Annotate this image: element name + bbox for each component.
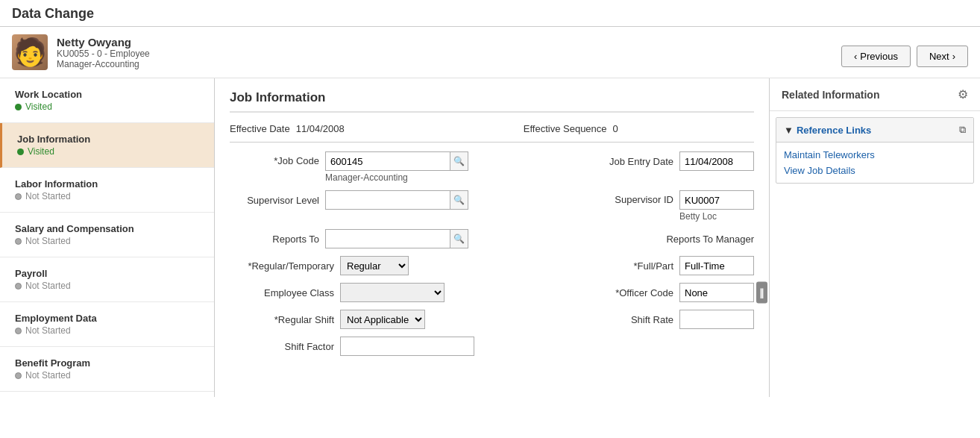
sidebar-item-title: Work Location [15,89,199,100]
employee-class-label: Employee Class [230,287,334,298]
effective-seq-value: 0 [613,123,618,134]
status-text: Not Started [25,325,71,336]
shift-factor-label: Shift Factor [230,341,334,352]
collapse-icon: ▼ [784,125,794,136]
status-text: Not Started [25,281,71,291]
supervisor-id-subtext: Betty Loc [679,211,754,222]
status-text: Visited [25,101,52,112]
supervisor-id-input[interactable] [679,190,754,210]
sidebar-item-work-location[interactable]: Work Location Visited [0,78,214,123]
status-dot [15,104,22,110]
sidebar-item-title: Employment Data [15,313,199,324]
sidebar-item-title: Labor Information [15,178,199,190]
regular-temporary-label: *Regular/Temporary [230,260,334,272]
job-entry-date-input[interactable] [679,151,754,171]
status-text: Visited [28,146,54,157]
sidebar-item-title: Payroll [15,268,199,279]
next-button[interactable]: Next › [917,46,968,67]
supervisor-level-label: Supervisor Level [230,195,319,206]
sidebar: Work Location Visited Job Information Vi… [0,78,215,397]
employee-info: Netty Owyang KU0055 - 0 - Employee Manag… [57,36,841,69]
employee-name: Netty Owyang [57,36,841,49]
section-title: Job Information [230,90,754,113]
shift-rate-label: Shift Rate [591,314,673,325]
regular-shift-label: *Regular Shift [230,314,334,325]
sidebar-item-title: Salary and Compensation [15,223,199,234]
status-dot [15,372,22,379]
shift-factor-input[interactable] [340,337,474,356]
job-code-input[interactable] [325,151,450,171]
reports-to-input[interactable] [325,229,450,248]
status-text: Not Started [25,236,71,246]
regular-temporary-select[interactable]: Regular Temporary [340,256,409,275]
sidebar-item-payroll[interactable]: Payroll Not Started [0,257,214,302]
sidebar-item-status: Not Started [15,191,199,201]
sidebar-item-title: Job Information [17,134,199,145]
supervisor-id-label: Supervisor ID [591,190,673,205]
employee-title: Manager-Accounting [57,59,841,69]
ref-link-view-job-details[interactable]: View Job Details [784,163,966,178]
reports-to-manager-label: Reports To Manager [635,234,754,245]
officer-code-input[interactable] [679,283,754,302]
status-dot [15,238,22,245]
job-code-search-button[interactable]: 🔍 [450,151,468,171]
status-text: Not Started [25,370,71,381]
sidebar-item-status: Not Started [15,370,199,381]
resize-handle[interactable]: ‖ [756,282,767,304]
status-dot [15,328,22,334]
right-panel: Related Information ⚙ ▼ Reference Links … [770,78,980,397]
shift-rate-input[interactable] [679,310,754,329]
previous-button[interactable]: ‹ Previous [841,46,911,67]
sidebar-item-benefit-program[interactable]: Benefit Program Not Started [0,347,214,392]
officer-code-label: *Officer Code [591,287,673,298]
sidebar-item-labor-information[interactable]: Labor Information Not Started [0,168,214,213]
job-entry-date-label: Job Entry Date [591,156,673,167]
employee-id: KU0055 - 0 - Employee [57,49,841,59]
status-dot [17,148,24,155]
job-code-subtext: Manager-Accounting [325,172,468,183]
ref-links-title: Reference Links [797,125,871,136]
reference-links-section: ▼ Reference Links ⧉ Maintain Teleworkers… [776,117,974,184]
status-dot [15,283,22,290]
supervisor-level-input[interactable] [325,190,450,210]
sidebar-item-status: Not Started [15,236,199,246]
chevron-right-icon: › [952,51,955,62]
sidebar-item-salary-compensation[interactable]: Salary and Compensation Not Started [0,213,214,257]
reports-to-label: Reports To [230,234,319,245]
right-panel-title: Related Information [782,89,879,101]
supervisor-level-search-button[interactable]: 🔍 [450,190,468,210]
gear-icon[interactable]: ⚙ [958,87,968,101]
job-code-label: *Job Code [230,151,319,166]
sidebar-item-status: Not Started [15,281,199,291]
sidebar-item-employment-data[interactable]: Employment Data Not Started [0,302,214,347]
content-area: Job Information Effective Date 11/04/200… [215,78,770,397]
employee-class-select[interactable] [340,283,445,302]
effective-date-label: Effective Date [230,123,290,134]
sidebar-item-status: Visited [15,101,199,112]
ref-link-maintain-teleworkers[interactable]: Maintain Teleworkers [784,147,966,163]
full-part-input[interactable] [679,256,754,275]
sidebar-item-title: Benefit Program [15,357,199,369]
effective-date-value: 11/04/2008 [296,123,345,134]
copy-icon[interactable]: ⧉ [959,124,966,136]
ref-links-body: Maintain TeleworkersView Job Details [776,143,973,183]
regular-shift-select[interactable]: Not Applicable Day Evening Night [340,310,425,329]
effective-seq-label: Effective Sequence [524,123,607,134]
chevron-left-icon: ‹ [854,51,857,62]
status-text: Not Started [25,191,71,201]
avatar: 🧑 [12,34,48,70]
reports-to-search-button[interactable]: 🔍 [450,229,468,248]
sidebar-item-job-information[interactable]: Job Information Visited [0,123,214,168]
full-part-label: *Full/Part [591,260,673,272]
status-dot [15,193,22,200]
page-title: Data Change [12,6,968,22]
sidebar-item-status: Visited [17,146,199,157]
sidebar-item-status: Not Started [15,325,199,336]
